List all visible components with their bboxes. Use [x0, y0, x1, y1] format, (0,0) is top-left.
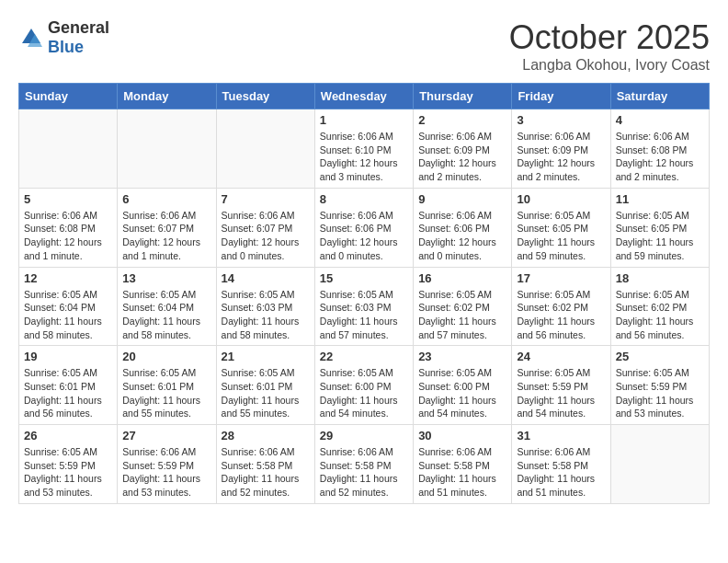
day-info: Sunrise: 6:05 AM Sunset: 6:05 PM Dayligh…	[517, 209, 605, 263]
table-row: 4Sunrise: 6:06 AM Sunset: 6:08 PM Daylig…	[610, 109, 709, 189]
table-row: 10Sunrise: 6:05 AM Sunset: 6:05 PM Dayli…	[512, 188, 610, 267]
day-info: Sunrise: 6:06 AM Sunset: 6:10 PM Dayligh…	[320, 130, 408, 184]
calendar-week-row: 26Sunrise: 6:05 AM Sunset: 5:59 PM Dayli…	[19, 425, 710, 504]
table-row	[216, 109, 314, 189]
table-row: 11Sunrise: 6:05 AM Sunset: 6:05 PM Dayli…	[610, 188, 709, 267]
table-row: 19Sunrise: 6:05 AM Sunset: 6:01 PM Dayli…	[19, 346, 118, 425]
month-title: October 2025	[509, 18, 710, 57]
table-row: 31Sunrise: 6:06 AM Sunset: 5:58 PM Dayli…	[512, 425, 610, 504]
day-info: Sunrise: 6:05 AM Sunset: 6:04 PM Dayligh…	[122, 288, 210, 342]
table-row: 23Sunrise: 6:05 AM Sunset: 6:00 PM Dayli…	[414, 346, 512, 425]
day-info: Sunrise: 6:05 AM Sunset: 6:04 PM Dayligh…	[24, 288, 112, 342]
day-info: Sunrise: 6:05 AM Sunset: 6:03 PM Dayligh…	[320, 288, 408, 342]
location: Langba Okohou, Ivory Coast	[509, 57, 710, 74]
table-row: 26Sunrise: 6:05 AM Sunset: 5:59 PM Dayli…	[19, 425, 118, 504]
table-row: 16Sunrise: 6:05 AM Sunset: 6:02 PM Dayli…	[414, 267, 512, 346]
table-row: 6Sunrise: 6:06 AM Sunset: 6:07 PM Daylig…	[118, 188, 216, 267]
day-number: 23	[418, 350, 506, 363]
day-number: 12	[24, 271, 112, 285]
day-number: 20	[122, 350, 210, 363]
day-info: Sunrise: 6:05 AM Sunset: 5:59 PM Dayligh…	[24, 445, 112, 500]
day-of-week-header: Monday	[118, 84, 216, 109]
day-info: Sunrise: 6:05 AM Sunset: 6:03 PM Dayligh…	[222, 288, 310, 342]
day-info: Sunrise: 6:05 AM Sunset: 6:00 PM Dayligh…	[418, 366, 506, 420]
day-number: 4	[616, 113, 704, 127]
day-number: 7	[222, 192, 310, 206]
day-info: Sunrise: 6:06 AM Sunset: 6:07 PM Dayligh…	[122, 209, 210, 263]
day-info: Sunrise: 6:06 AM Sunset: 5:58 PM Dayligh…	[418, 445, 506, 500]
day-info: Sunrise: 6:06 AM Sunset: 5:58 PM Dayligh…	[320, 445, 408, 500]
day-number: 31	[517, 429, 605, 442]
logo-general: General	[48, 18, 109, 38]
table-row: 27Sunrise: 6:06 AM Sunset: 5:59 PM Dayli…	[118, 425, 216, 504]
logo-text: General Blue	[48, 18, 109, 57]
table-row: 14Sunrise: 6:05 AM Sunset: 6:03 PM Dayli…	[216, 267, 314, 346]
day-info: Sunrise: 6:06 AM Sunset: 5:58 PM Dayligh…	[222, 445, 310, 500]
day-number: 27	[122, 429, 210, 442]
day-number: 1	[320, 113, 408, 127]
table-row: 30Sunrise: 6:06 AM Sunset: 5:58 PM Dayli…	[414, 425, 512, 504]
table-row: 8Sunrise: 6:06 AM Sunset: 6:06 PM Daylig…	[314, 188, 413, 267]
day-info: Sunrise: 6:05 AM Sunset: 6:00 PM Dayligh…	[320, 366, 408, 420]
day-info: Sunrise: 6:06 AM Sunset: 6:08 PM Dayligh…	[616, 130, 704, 184]
day-number: 3	[517, 113, 605, 127]
day-number: 9	[418, 192, 506, 206]
day-info: Sunrise: 6:06 AM Sunset: 6:07 PM Dayligh…	[222, 209, 310, 263]
calendar-week-row: 12Sunrise: 6:05 AM Sunset: 6:04 PM Dayli…	[19, 267, 710, 346]
table-row: 3Sunrise: 6:06 AM Sunset: 6:09 PM Daylig…	[512, 109, 610, 189]
day-number: 13	[122, 271, 210, 285]
logo: General Blue	[18, 18, 109, 57]
day-number: 15	[320, 271, 408, 285]
table-row: 1Sunrise: 6:06 AM Sunset: 6:10 PM Daylig…	[314, 109, 413, 189]
table-row: 24Sunrise: 6:05 AM Sunset: 5:59 PM Dayli…	[512, 346, 610, 425]
table-row: 28Sunrise: 6:06 AM Sunset: 5:58 PM Dayli…	[216, 425, 314, 504]
table-row	[19, 109, 118, 189]
table-row: 12Sunrise: 6:05 AM Sunset: 6:04 PM Dayli…	[19, 267, 118, 346]
day-info: Sunrise: 6:05 AM Sunset: 5:59 PM Dayligh…	[616, 366, 704, 420]
table-row: 25Sunrise: 6:05 AM Sunset: 5:59 PM Dayli…	[610, 346, 709, 425]
table-row: 5Sunrise: 6:06 AM Sunset: 6:08 PM Daylig…	[19, 188, 118, 267]
day-number: 25	[616, 350, 704, 363]
day-info: Sunrise: 6:05 AM Sunset: 6:02 PM Dayligh…	[418, 288, 506, 342]
calendar-week-row: 19Sunrise: 6:05 AM Sunset: 6:01 PM Dayli…	[19, 346, 710, 425]
day-number: 10	[517, 192, 605, 206]
table-row: 9Sunrise: 6:06 AM Sunset: 6:06 PM Daylig…	[414, 188, 512, 267]
day-number: 11	[616, 192, 704, 206]
day-number: 14	[222, 271, 310, 285]
day-number: 18	[616, 271, 704, 285]
title-block: October 2025 Langba Okohou, Ivory Coast	[509, 18, 710, 74]
day-info: Sunrise: 6:05 AM Sunset: 6:01 PM Dayligh…	[24, 366, 112, 420]
day-of-week-header: Thursday	[414, 84, 512, 109]
table-row: 18Sunrise: 6:05 AM Sunset: 6:02 PM Dayli…	[610, 267, 709, 346]
calendar-header-row: SundayMondayTuesdayWednesdayThursdayFrid…	[19, 84, 710, 109]
day-number: 22	[320, 350, 408, 363]
day-number: 24	[517, 350, 605, 363]
day-number: 26	[24, 429, 112, 442]
day-info: Sunrise: 6:05 AM Sunset: 6:05 PM Dayligh…	[616, 209, 704, 263]
day-number: 29	[320, 429, 408, 442]
table-row: 2Sunrise: 6:06 AM Sunset: 6:09 PM Daylig…	[414, 109, 512, 189]
table-row: 20Sunrise: 6:05 AM Sunset: 6:01 PM Dayli…	[118, 346, 216, 425]
day-number: 28	[222, 429, 310, 442]
day-number: 16	[418, 271, 506, 285]
table-row: 21Sunrise: 6:05 AM Sunset: 6:01 PM Dayli…	[216, 346, 314, 425]
calendar-week-row: 5Sunrise: 6:06 AM Sunset: 6:08 PM Daylig…	[19, 188, 710, 267]
day-number: 19	[24, 350, 112, 363]
day-of-week-header: Tuesday	[216, 84, 314, 109]
day-info: Sunrise: 6:06 AM Sunset: 6:06 PM Dayligh…	[320, 209, 408, 263]
day-of-week-header: Sunday	[19, 84, 118, 109]
day-number: 8	[320, 192, 408, 206]
table-row: 29Sunrise: 6:06 AM Sunset: 5:58 PM Dayli…	[314, 425, 413, 504]
day-info: Sunrise: 6:06 AM Sunset: 6:06 PM Dayligh…	[418, 209, 506, 263]
day-info: Sunrise: 6:05 AM Sunset: 6:01 PM Dayligh…	[122, 366, 210, 420]
day-info: Sunrise: 6:06 AM Sunset: 5:59 PM Dayligh…	[122, 445, 210, 500]
day-number: 6	[122, 192, 210, 206]
calendar: SundayMondayTuesdayWednesdayThursdayFrid…	[18, 83, 710, 504]
table-row: 17Sunrise: 6:05 AM Sunset: 6:02 PM Dayli…	[512, 267, 610, 346]
logo-icon	[18, 25, 44, 51]
page-header: General Blue October 2025 Langba Okohou,…	[18, 18, 710, 74]
day-info: Sunrise: 6:05 AM Sunset: 6:02 PM Dayligh…	[517, 288, 605, 342]
table-row	[118, 109, 216, 189]
day-info: Sunrise: 6:05 AM Sunset: 5:59 PM Dayligh…	[517, 366, 605, 420]
table-row	[610, 425, 709, 504]
